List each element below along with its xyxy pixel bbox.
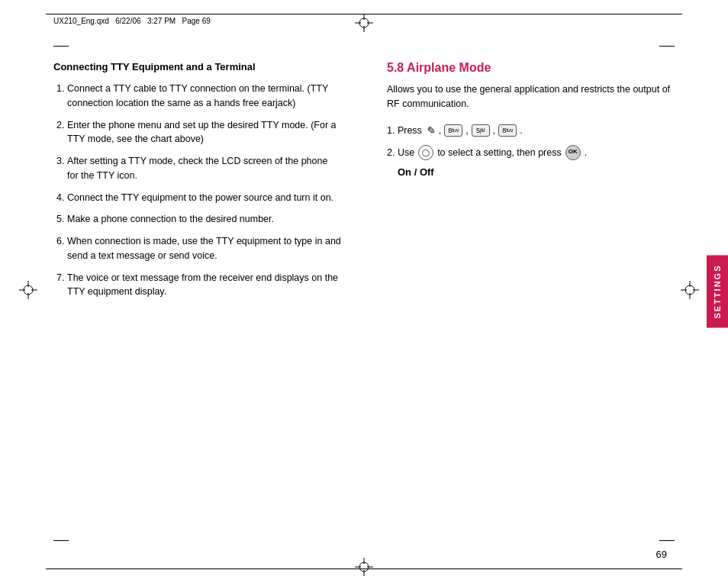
step1-prefix: 1. Press xyxy=(387,123,422,138)
list-item: Connect a TTY cable to TTY connection on… xyxy=(67,82,341,111)
right-column: 5.8 Airplane Mode Allows you to use the … xyxy=(379,61,675,537)
list-item: Connect the TTY equipment to the power s… xyxy=(67,191,341,205)
right-description: Allows you to use the general applicatio… xyxy=(387,82,675,111)
main-content: Connecting TTY Equipment and a Terminal … xyxy=(53,61,675,537)
settings-tab: SETTINGS xyxy=(707,255,728,327)
key-8tuv2-icon: 8tuv xyxy=(498,124,517,137)
steps-list: Connect a TTY cable to TTY connection on… xyxy=(53,82,341,299)
ok-button-icon: OK xyxy=(565,145,581,160)
settings-tab-label: SETTINGS xyxy=(713,264,722,318)
deco-line-lt xyxy=(53,46,69,47)
key-8tuv-icon: 8tuv xyxy=(444,124,462,137)
reg-mark-bottom xyxy=(355,558,373,579)
page-number: 69 xyxy=(656,549,667,560)
right-section-heading: 5.8 Airplane Mode xyxy=(387,61,675,75)
pencil-icon: ✎ xyxy=(424,121,436,140)
reg-mark-left xyxy=(19,281,37,302)
list-item: Make a phone connection to the desired n… xyxy=(67,212,341,227)
on-off-label: On / Off xyxy=(387,166,675,178)
navigation-icon: ◯ xyxy=(418,145,433,160)
deco-line-rt xyxy=(659,46,675,47)
left-column: Connecting TTY Equipment and a Terminal … xyxy=(53,61,349,537)
list-item: The voice or text message from the recei… xyxy=(67,271,341,300)
step1-line: 1. Press ✎ , 8tuv , 5jkl , 8tuv . xyxy=(387,122,675,139)
reg-mark-right xyxy=(681,281,699,302)
list-item: When connection is made, use the TTY equ… xyxy=(67,234,341,263)
list-item: Enter the phone menu and set up the desi… xyxy=(67,118,341,147)
step2-line: 2. Use ◯ to select a setting, then press… xyxy=(387,145,675,160)
deco-line-lb xyxy=(53,540,69,541)
left-section-heading: Connecting TTY Equipment and a Terminal xyxy=(53,61,341,72)
page-header: UX210_Eng.qxd 6/22/06 3:27 PM Page 69 xyxy=(53,17,675,25)
step2-prefix: 2. Use xyxy=(387,145,414,160)
step2-suffix: to select a setting, then press xyxy=(437,145,562,160)
list-item: After setting a TTY mode, check the LCD … xyxy=(67,154,341,183)
crosshair-top xyxy=(355,14,373,32)
deco-line-rb xyxy=(659,540,675,541)
key-5jkl-icon: 5jkl xyxy=(472,124,490,137)
